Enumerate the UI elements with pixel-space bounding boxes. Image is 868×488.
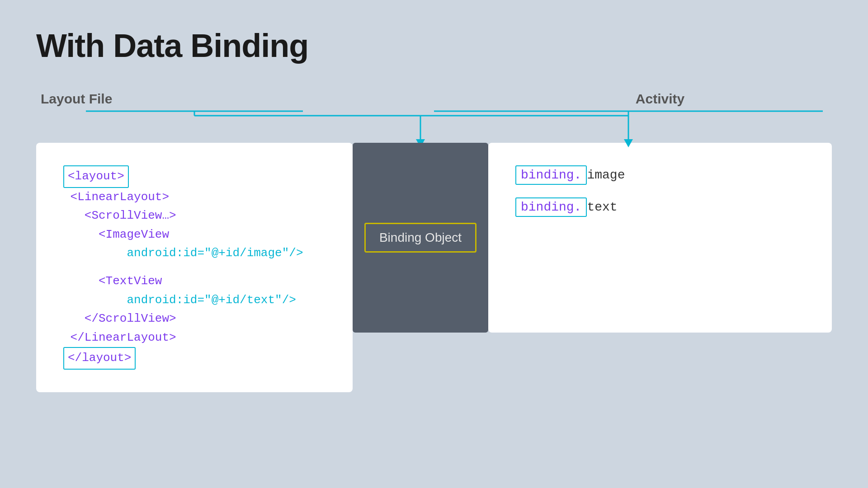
code-line-imageview: <ImageView [63, 225, 326, 244]
imageview-tag: <ImageView [63, 228, 169, 241]
code-line-image-attr: android:id="@+id/image"/> [63, 244, 326, 263]
code-line-layout-open: <layout> [63, 165, 326, 188]
code-line-layout-close: </layout> [63, 347, 326, 370]
scrollview-tag: <ScrollView…> [63, 209, 176, 222]
binding-suffix-text: text [587, 200, 617, 214]
slide-container: With Data Binding Layout File Activity [0, 0, 868, 488]
layout-open-tag: <layout> [63, 165, 129, 188]
scrollview-close-tag: </ScrollView> [63, 312, 176, 325]
activity-panel: binding. image binding. text [488, 143, 832, 333]
textview-tag: <TextView [63, 274, 162, 288]
linearlayout-close-tag: </LinearLayout> [63, 331, 176, 344]
code-line-textview: <TextView [63, 272, 326, 291]
text-attr: android:id="@+id/text"/> [63, 293, 296, 307]
code-line-scrollview-close: </ScrollView> [63, 310, 326, 328]
layout-file-label: Layout File [36, 91, 353, 107]
code-line-linearlayout: <LinearLayout> [63, 188, 326, 207]
code-line-text-attr: android:id="@+id/text"/> [63, 291, 326, 310]
activity-label: Activity [488, 91, 832, 107]
image-attr: android:id="@+id/image"/> [63, 246, 303, 260]
linearlayout-tag: <LinearLayout> [63, 190, 169, 204]
middle-spacer [353, 91, 488, 107]
binding-item-text: binding. text [515, 197, 805, 217]
code-block: <layout> <LinearLayout> <ScrollView…> <I… [63, 165, 326, 370]
layout-file-panel: <layout> <LinearLayout> <ScrollView…> <I… [36, 143, 353, 392]
columns-area: <layout> <LinearLayout> <ScrollView…> <I… [36, 143, 832, 392]
spacer [63, 263, 326, 272]
diagram-wrapper: Layout File Activity [36, 91, 832, 392]
binding-object-panel: Binding Object [353, 143, 488, 333]
binding-prefix-image: binding. [515, 165, 587, 185]
binding-prefix-text: binding. [515, 197, 587, 217]
binding-suffix-image: image [587, 168, 625, 182]
binding-item-image: binding. image [515, 165, 805, 185]
code-line-linearlayout-close: </LinearLayout> [63, 328, 326, 347]
layout-close-tag: </layout> [63, 347, 136, 370]
arrows-svg [36, 111, 832, 147]
slide-title: With Data Binding [36, 27, 832, 64]
binding-object-box: Binding Object [364, 223, 476, 253]
code-line-scrollview: <ScrollView…> [63, 206, 326, 225]
labels-row: Layout File Activity [36, 91, 832, 107]
